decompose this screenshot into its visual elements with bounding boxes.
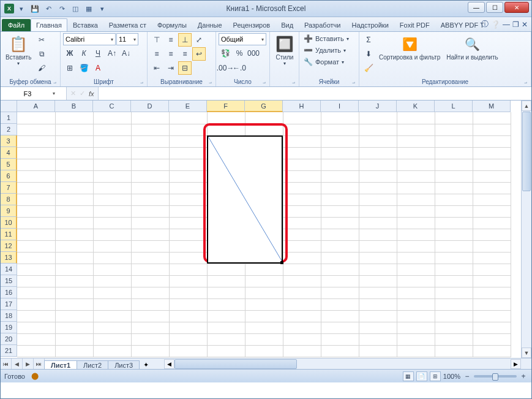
- cells-area[interactable]: [17, 112, 521, 358]
- col-header-A[interactable]: A: [17, 101, 55, 112]
- row-header-7[interactable]: 7: [1, 182, 17, 194]
- zoom-slider[interactable]: [474, 375, 517, 378]
- col-header-K[interactable]: K: [397, 101, 435, 112]
- align-center-icon[interactable]: ≡: [164, 47, 178, 61]
- tab-formulas[interactable]: Формулы: [152, 18, 192, 31]
- hscroll-thumb[interactable]: [174, 359, 297, 369]
- sheet-last-icon[interactable]: ⏭: [34, 359, 45, 369]
- fill-handle[interactable]: [280, 261, 283, 264]
- merge-icon[interactable]: ⊟: [178, 61, 192, 75]
- name-box[interactable]: ▾: [1, 87, 67, 100]
- name-box-input[interactable]: [1, 90, 50, 97]
- copy-icon[interactable]: ⧉: [35, 47, 48, 61]
- shrink-font-icon[interactable]: A↓: [119, 47, 133, 60]
- horizontal-scrollbar[interactable]: ◀ ▶: [164, 359, 521, 369]
- zoom-value[interactable]: 100%: [443, 373, 460, 380]
- align-bottom-icon[interactable]: ⊥: [178, 33, 192, 47]
- align-middle-icon[interactable]: ≡: [164, 33, 178, 47]
- col-header-C[interactable]: C: [93, 101, 131, 112]
- format-cells-button[interactable]: 🔧Формат▾: [302, 56, 350, 67]
- tab-review[interactable]: Рецензиров: [228, 18, 276, 31]
- sheet-tab-3[interactable]: Лист3: [108, 360, 140, 369]
- insert-cells-button[interactable]: ➕Вставить▾: [302, 33, 350, 44]
- mdi-restore-icon[interactable]: ❐: [512, 20, 519, 29]
- align-top-icon[interactable]: ⊤: [150, 33, 163, 47]
- mdi-close-icon[interactable]: ✕: [522, 20, 528, 29]
- page-break-view-icon[interactable]: ⊞: [430, 371, 441, 381]
- font-name-combo[interactable]: Calibri▾: [63, 33, 116, 45]
- styles-button[interactable]: 🔲 Стили ▾: [272, 33, 297, 67]
- close-button[interactable]: ✕: [504, 2, 529, 13]
- col-header-L[interactable]: L: [435, 101, 473, 112]
- sheet-prev-icon[interactable]: ◀: [12, 359, 23, 369]
- find-select-button[interactable]: 🔍 Найти и выделить: [444, 33, 500, 62]
- row-header-2[interactable]: 2: [1, 124, 17, 135]
- bold-button[interactable]: Ж: [63, 47, 77, 60]
- decrease-decimal-icon[interactable]: ←.0: [233, 61, 246, 75]
- col-header-J[interactable]: J: [359, 101, 397, 112]
- file-tab[interactable]: Файл: [2, 19, 31, 31]
- row-header-14[interactable]: 14: [1, 264, 17, 275]
- scroll-left-icon[interactable]: ◀: [164, 359, 174, 369]
- tab-developer[interactable]: Разработчи: [299, 18, 346, 31]
- help-icon[interactable]: ❔: [491, 20, 500, 29]
- col-header-I[interactable]: I: [321, 101, 359, 112]
- tab-page-layout[interactable]: Разметка ст: [103, 18, 152, 31]
- row-header-17[interactable]: 17: [1, 298, 17, 310]
- decrease-indent-icon[interactable]: ⇤: [150, 61, 163, 75]
- format-painter-icon[interactable]: 🖌: [35, 61, 48, 75]
- scroll-down-icon[interactable]: ▼: [522, 348, 531, 358]
- autosum-icon[interactable]: Σ: [362, 33, 375, 47]
- col-header-B[interactable]: B: [55, 101, 93, 112]
- font-color-icon[interactable]: A: [91, 61, 105, 75]
- row-header-10[interactable]: 10: [1, 217, 17, 229]
- mdi-minimize-icon[interactable]: —: [503, 20, 510, 29]
- fill-icon[interactable]: ⬇: [362, 47, 375, 61]
- fill-color-icon[interactable]: 🪣: [77, 61, 91, 75]
- row-header-5[interactable]: 5: [1, 159, 17, 170]
- vscroll-thumb[interactable]: [522, 112, 531, 191]
- redo-icon[interactable]: ↷: [56, 2, 68, 15]
- currency-icon[interactable]: 💱: [219, 47, 232, 60]
- zoom-out-icon[interactable]: −: [463, 372, 471, 381]
- page-layout-view-icon[interactable]: 📄: [416, 371, 427, 381]
- italic-button[interactable]: К: [77, 47, 91, 60]
- font-size-combo[interactable]: 11▾: [116, 33, 138, 45]
- row-header-8[interactable]: 8: [1, 194, 17, 205]
- row-header-3[interactable]: 3: [1, 135, 17, 147]
- paste-button[interactable]: 📋 Вставить ▾: [3, 33, 34, 67]
- row-header-11[interactable]: 11: [1, 229, 17, 240]
- align-left-icon[interactable]: ≡: [150, 47, 163, 61]
- row-header-13[interactable]: 13: [1, 252, 17, 264]
- row-header-18[interactable]: 18: [1, 310, 17, 322]
- comma-icon[interactable]: 000: [247, 47, 260, 60]
- sort-filter-button[interactable]: 🔽 Сортировка и фильтр: [377, 33, 443, 62]
- qat-custom2-icon[interactable]: ▦: [83, 2, 95, 15]
- percent-icon[interactable]: %: [233, 47, 246, 60]
- tab-home[interactable]: Главная: [31, 18, 67, 31]
- cancel-entry-icon[interactable]: ✕: [70, 89, 76, 97]
- maximize-button[interactable]: ☐: [486, 2, 503, 13]
- enter-entry-icon[interactable]: ✓: [80, 89, 85, 97]
- save-icon[interactable]: 💾: [29, 2, 41, 15]
- col-header-G[interactable]: G: [245, 101, 283, 112]
- col-header-M[interactable]: M: [473, 101, 511, 112]
- delete-cells-button[interactable]: ➖Удалить▾: [302, 45, 350, 56]
- row-header-20[interactable]: 20: [1, 333, 17, 345]
- macro-record-icon[interactable]: ⬤: [31, 372, 39, 380]
- underline-button[interactable]: Ч: [91, 47, 105, 60]
- tab-insert[interactable]: Вставка: [67, 18, 103, 31]
- sheet-tab-2[interactable]: Лист2: [77, 360, 108, 369]
- row-header-1[interactable]: 1: [1, 112, 17, 124]
- minimize-ribbon-icon[interactable]: ⓘ: [481, 19, 489, 29]
- border-icon[interactable]: ⊞: [63, 61, 77, 75]
- select-all-corner[interactable]: [1, 101, 17, 112]
- insert-function-button[interactable]: fx: [89, 90, 94, 97]
- wrap-text-icon[interactable]: ↩: [192, 47, 206, 61]
- sheet-next-icon[interactable]: ▶: [23, 359, 34, 369]
- worksheet-grid[interactable]: ABCDEFGHIJKLM 12345678910111213141516171…: [1, 101, 531, 369]
- zoom-in-icon[interactable]: +: [519, 372, 528, 381]
- tab-addins[interactable]: Надстройки: [346, 18, 394, 31]
- row-header-15[interactable]: 15: [1, 275, 17, 287]
- col-header-H[interactable]: H: [283, 101, 321, 112]
